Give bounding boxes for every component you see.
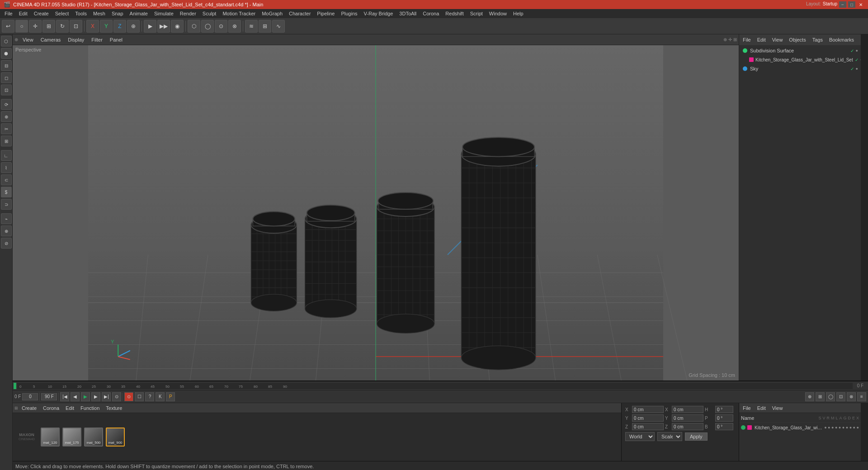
pb-btn-2[interactable]: ⊞	[816, 392, 825, 401]
vp-panel-menu[interactable]: Panel	[107, 36, 125, 43]
axis-y[interactable]: Y	[100, 20, 113, 33]
sidebar-btn-11[interactable]: ⊂	[1, 174, 12, 185]
sidebar-btn-16[interactable]: ⊘	[1, 238, 12, 249]
vp-filter-menu[interactable]: Filter	[89, 36, 105, 43]
sidebar-edge-mode[interactable]: ⊟	[1, 60, 12, 71]
mat-texture[interactable]: Texture	[103, 404, 125, 412]
vp-cameras-menu[interactable]: Cameras	[38, 36, 64, 43]
render-all[interactable]: ▶▶	[157, 20, 170, 33]
menu-tools[interactable]: Tools	[72, 10, 90, 17]
mat-corona[interactable]: Corona	[40, 404, 62, 412]
menu-vray[interactable]: V-Ray Bridge	[361, 10, 396, 17]
apply-button[interactable]: Apply	[685, 432, 708, 441]
obj-sky[interactable]: Sky ✓ ●	[740, 64, 860, 73]
move-tool[interactable]: ✛	[29, 20, 42, 33]
mat-create[interactable]: Create	[19, 404, 39, 412]
mat-edit[interactable]: Edit	[63, 404, 77, 412]
attr-edit[interactable]: Edit	[755, 404, 768, 412]
end-frame-input[interactable]	[41, 393, 57, 400]
anim-btn-keyframe[interactable]: K	[156, 392, 165, 401]
anim-btn-p[interactable]: P	[166, 392, 175, 401]
menu-animate[interactable]: Animate	[127, 10, 151, 17]
menu-script[interactable]: Script	[467, 10, 486, 17]
sidebar-poly-mode[interactable]: ◻	[1, 72, 12, 83]
menu-file[interactable]: File	[2, 10, 15, 17]
transport-go-end[interactable]: ▶|	[102, 392, 111, 401]
3d-viewport[interactable]: Perspective Grid Spacing : 10 cm	[13, 45, 739, 381]
sidebar-btn-9[interactable]: ∟	[1, 150, 12, 161]
menu-render[interactable]: Render	[177, 10, 199, 17]
sidebar-btn-12[interactable]: $	[1, 187, 12, 197]
world-dropdown[interactable]: World Object	[625, 432, 655, 441]
pb-btn-4[interactable]: ⊡	[836, 392, 845, 401]
spline-btn[interactable]: ∿	[272, 20, 285, 33]
close-button[interactable]: ✕	[857, 1, 864, 8]
rp-bookmarks[interactable]: Bookmarks	[827, 36, 856, 43]
coord-z-pos[interactable]	[632, 423, 664, 430]
pb-btn-5[interactable]: ⊗	[847, 392, 856, 401]
frame-input[interactable]	[22, 393, 38, 400]
mat-function[interactable]: Function	[78, 404, 102, 412]
material-thumb-2[interactable]: mat_175	[62, 428, 81, 446]
rp-view[interactable]: View	[770, 36, 785, 43]
menu-mesh[interactable]: Mesh	[90, 10, 108, 17]
anim-btn-3[interactable]: ?	[145, 392, 154, 401]
object-btn-1[interactable]: ⬡	[188, 20, 200, 33]
pb-btn-1[interactable]: ⊕	[805, 392, 814, 401]
rp-tags[interactable]: Tags	[811, 36, 825, 43]
render-region[interactable]: ▶	[144, 20, 156, 33]
material-thumb-1[interactable]: mat_120	[41, 428, 60, 446]
transport-record[interactable]: ⊙	[112, 392, 121, 401]
attr-file[interactable]: File	[741, 404, 753, 412]
object-btn-3[interactable]: ⊙	[215, 20, 227, 33]
vp-view-menu[interactable]: View	[20, 36, 36, 43]
menu-select[interactable]: Select	[52, 10, 72, 17]
coord-h-val[interactable]	[715, 406, 733, 413]
menu-mograph[interactable]: MoGraph	[259, 10, 285, 17]
object-btn-4[interactable]: ⊗	[228, 20, 241, 33]
menu-simulate[interactable]: Simulate	[151, 10, 176, 17]
transport-play-back[interactable]: ◀	[71, 392, 80, 401]
object-btn-2[interactable]: ◯	[201, 20, 214, 33]
axis-z[interactable]: Z	[113, 20, 126, 33]
menu-plugins[interactable]: Plugins	[338, 10, 360, 17]
coord-p-val[interactable]	[715, 414, 733, 422]
menu-edit[interactable]: Edit	[16, 10, 30, 17]
select-tool[interactable]: ⊡	[70, 20, 82, 33]
minimize-button[interactable]: −	[839, 1, 846, 8]
menu-corona[interactable]: Corona	[420, 10, 442, 17]
material-thumb-4[interactable]: mat_900	[106, 428, 125, 446]
coord-y-rot[interactable]	[672, 414, 703, 422]
sidebar-mesh-mode[interactable]: ⬢	[1, 48, 12, 59]
axis-world[interactable]: ⊕	[127, 20, 140, 33]
generator-btn[interactable]: ⊞	[259, 20, 271, 33]
material-thumb-3[interactable]: mat_500	[84, 428, 103, 446]
coord-z-rot[interactable]	[672, 423, 703, 430]
menu-help[interactable]: Help	[510, 10, 526, 17]
scale-dropdown[interactable]: Scale	[657, 432, 682, 441]
rp-file[interactable]: File	[741, 36, 753, 43]
deform-btn[interactable]: ≋	[245, 20, 258, 33]
sidebar-btn-6[interactable]: ⊕	[1, 111, 12, 122]
attr-object-row[interactable]: Kitchen_Storage_Glass_Jar_with_Steel_Lid…	[739, 423, 861, 432]
menu-sculpt[interactable]: Sculpt	[200, 10, 219, 17]
coord-b-val[interactable]	[715, 423, 733, 430]
anim-btn-2[interactable]: ☐	[135, 392, 144, 401]
sidebar-btn-8[interactable]: ⊞	[1, 136, 12, 146]
sidebar-btn-10[interactable]: ⌇	[1, 162, 12, 173]
coord-x-rot[interactable]	[672, 406, 703, 413]
pb-btn-3[interactable]: ◯	[826, 392, 835, 401]
sidebar-btn-5[interactable]: ⟳	[1, 99, 12, 110]
pb-btn-6[interactable]: ≡	[857, 392, 866, 401]
menu-pipeline[interactable]: Pipeline	[314, 10, 337, 17]
transport-play[interactable]: ▶	[81, 392, 90, 401]
coord-x-pos[interactable]	[632, 406, 664, 413]
mode-object[interactable]: ○	[15, 20, 28, 33]
sidebar-btn-7[interactable]: ✂	[1, 123, 12, 134]
coord-y-pos[interactable]	[632, 414, 664, 422]
menu-window[interactable]: Window	[486, 10, 509, 17]
anim-btn-1[interactable]: ⊙	[124, 392, 133, 401]
sidebar-btn-14[interactable]: ⌁	[1, 213, 12, 224]
menu-motion-tracker[interactable]: Motion Tracker	[220, 10, 258, 17]
undo-button[interactable]: ↩	[2, 20, 14, 33]
